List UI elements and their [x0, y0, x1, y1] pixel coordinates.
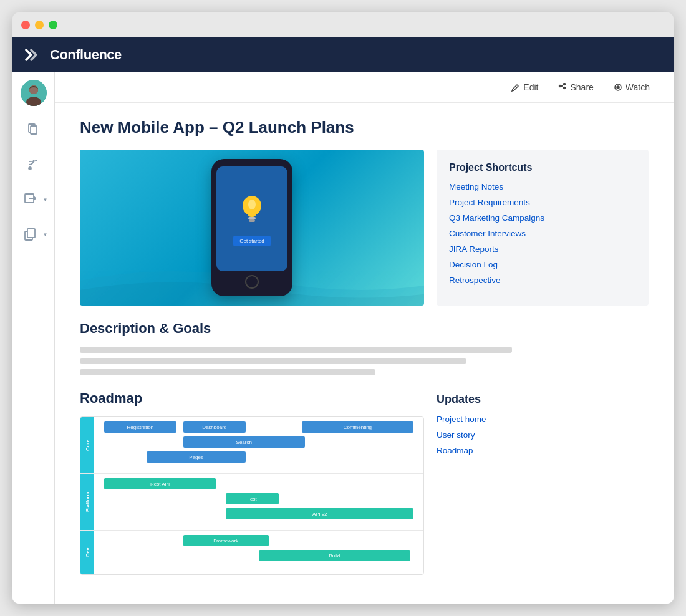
svg-point-18	[248, 200, 256, 209]
text-line-2	[80, 358, 466, 364]
avatar[interactable]	[21, 80, 47, 106]
roadmap-chart: Core Registration Dashboard Commenting	[80, 416, 424, 575]
bar-test: Test	[226, 493, 278, 504]
row-bars-core: Registration Dashboard Commenting Search	[94, 417, 423, 473]
minimize-dot[interactable]	[35, 21, 44, 29]
bar-commenting: Commenting	[302, 421, 414, 433]
pages-icon	[26, 122, 41, 137]
phone-mockup: Get started	[211, 159, 292, 296]
top-two-col: Get started Project Shortcuts Meeting No…	[80, 150, 649, 306]
phone-screen: Get started	[216, 166, 287, 271]
svg-rect-16	[248, 217, 256, 219]
page-content: New Mobile App – Q2 Launch Plans	[55, 103, 674, 600]
bar-apiv2: API v2	[226, 508, 413, 519]
watch-icon	[614, 83, 622, 92]
export-arrow: ▼	[43, 197, 48, 203]
share-icon	[558, 83, 567, 92]
roadmap-left: Roadmap Core Registration Dashboard	[80, 390, 424, 575]
content-area: ▼ ▼	[12, 72, 674, 604]
shortcut-retrospective[interactable]: Retrospective	[449, 276, 636, 285]
edit-icon	[511, 83, 520, 92]
sidebar-item-pages[interactable]	[22, 118, 45, 141]
watch-label: Watch	[626, 82, 650, 92]
shortcut-jira-reports[interactable]: JIRA Reports	[449, 244, 636, 254]
bar-registration: Registration	[104, 421, 176, 433]
row-bars-platform: Rest API Test API v2	[94, 474, 423, 530]
update-user-story[interactable]: User story	[437, 430, 649, 440]
text-line-1	[80, 347, 512, 353]
roadmap-title: Roadmap	[80, 390, 424, 407]
update-project-home[interactable]: Project home	[437, 415, 649, 424]
shortcut-customer-interviews[interactable]: Customer Interviews	[449, 229, 636, 238]
sidebar: ▼ ▼	[12, 72, 55, 604]
update-roadmap[interactable]: Roadmap	[437, 446, 649, 455]
close-dot[interactable]	[21, 21, 30, 29]
updates-title: Updates	[437, 393, 649, 406]
app-container: Confluence	[12, 37, 674, 604]
phone-home-button	[245, 275, 259, 289]
get-started-button[interactable]: Get started	[233, 236, 271, 246]
text-line-3	[80, 369, 375, 375]
maximize-dot[interactable]	[49, 21, 57, 29]
share-button[interactable]: Share	[554, 80, 597, 95]
shortcut-project-requirements[interactable]: Project Requirements	[449, 198, 636, 207]
main-page: Edit Share	[55, 72, 674, 604]
roadmap-row-dev: Dev Framework Build	[80, 531, 423, 574]
shortcut-q3-marketing[interactable]: Q3 Marketing Campaigns	[449, 213, 636, 223]
svg-rect-17	[249, 219, 255, 222]
svg-point-14	[617, 86, 619, 89]
edit-label: Edit	[523, 82, 538, 92]
bar-dashboard: Dashboard	[183, 421, 246, 433]
roadmap-section: Roadmap Core Registration Dashboard	[80, 390, 649, 575]
avatar-image	[21, 80, 47, 106]
bar-framework: Framework	[183, 535, 269, 546]
project-shortcuts-box: Project Shortcuts Meeting Notes Project …	[437, 150, 649, 306]
watch-button[interactable]: Watch	[610, 80, 654, 95]
sidebar-item-feed[interactable]	[22, 153, 45, 176]
roadmap-row-core: Core Registration Dashboard Commenting	[80, 417, 423, 474]
bar-pages: Pages	[147, 451, 245, 463]
svg-rect-5	[31, 126, 37, 134]
more-arrow: ▼	[43, 232, 48, 238]
title-bar	[12, 12, 674, 37]
shortcuts-title: Project Shortcuts	[449, 162, 636, 173]
svg-rect-9	[27, 229, 35, 238]
svg-point-11	[564, 87, 566, 89]
row-label-core: Core	[80, 417, 94, 473]
shortcut-decision-log[interactable]: Decision Log	[449, 260, 636, 269]
page-title: New Mobile App – Q2 Launch Plans	[80, 118, 649, 137]
row-label-dev: Dev	[80, 531, 94, 574]
sidebar-item-more[interactable]: ▼	[19, 223, 48, 246]
description-section: Description & Goals	[80, 320, 649, 375]
feed-icon	[26, 157, 41, 172]
more-icon-container	[19, 223, 42, 246]
bulb-icon	[236, 192, 268, 229]
hero-image: Get started	[80, 150, 424, 306]
logo-text: Confluence	[50, 47, 122, 63]
bar-search: Search	[183, 436, 305, 448]
bar-restapi: Rest API	[104, 478, 216, 489]
roadmap-row-platform: Platform Rest API Test	[80, 474, 423, 531]
bar-build: Build	[259, 550, 410, 561]
updates-box: Updates Project home User story Roadmap	[437, 390, 649, 575]
confluence-logo-icon	[25, 46, 45, 64]
svg-point-10	[564, 84, 566, 85]
description-title: Description & Goals	[80, 320, 649, 337]
svg-point-6	[29, 167, 31, 170]
app-window: Confluence	[12, 12, 674, 604]
edit-button[interactable]: Edit	[508, 80, 542, 95]
toolbar: Edit Share	[55, 72, 674, 103]
sidebar-item-export[interactable]: ▼	[19, 188, 48, 211]
shortcut-meeting-notes[interactable]: Meeting Notes	[449, 182, 636, 191]
export-icon	[23, 192, 38, 207]
copy-icon	[23, 227, 38, 242]
svg-point-12	[559, 85, 561, 87]
confluence-logo[interactable]: Confluence	[25, 46, 122, 64]
export-icon-container	[19, 188, 42, 211]
share-label: Share	[570, 82, 593, 92]
navbar: Confluence	[12, 37, 674, 72]
row-bars-dev: Framework Build	[94, 531, 423, 574]
description-text-lines	[80, 347, 649, 375]
row-label-platform: Platform	[80, 474, 94, 530]
